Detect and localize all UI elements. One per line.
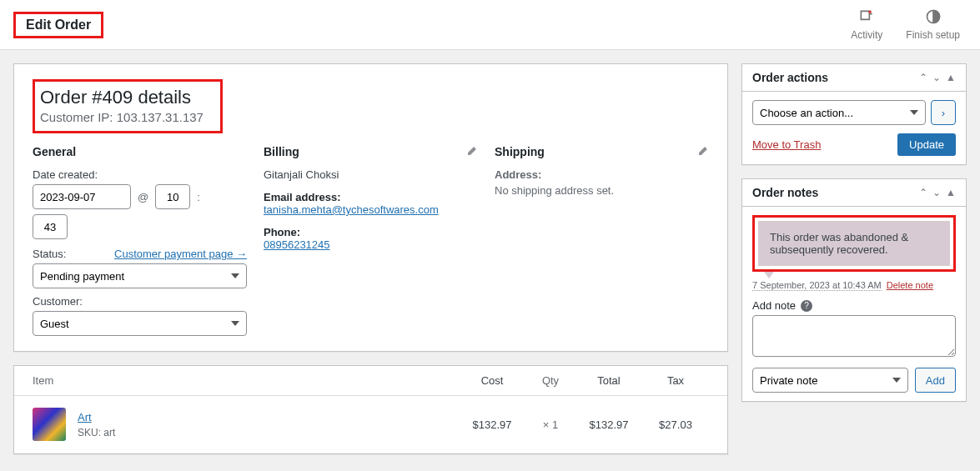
item-cost: $132.97 — [459, 418, 525, 431]
billing-phone-link[interactable]: 08956231245 — [264, 238, 330, 251]
top-right-group: Activity Finish setup — [851, 8, 960, 41]
page-title: Edit Order — [26, 18, 91, 33]
customer-payment-page-link[interactable]: Customer payment page → — [114, 248, 247, 260]
activity-label: Activity — [851, 29, 882, 41]
order-heading-highlight: Order #409 details Customer IP: 103.137.… — [33, 79, 223, 133]
order-notes-title: Order notes — [752, 186, 818, 199]
order-heading: Order #409 details — [40, 87, 204, 108]
page-title-highlight: Edit Order — [13, 12, 103, 38]
billing-title: Billing — [264, 145, 478, 158]
triangle-up-icon[interactable]: ▲ — [946, 72, 956, 83]
note-type-select[interactable]: Private note — [752, 368, 908, 393]
date-created-label: Date created: — [33, 168, 247, 181]
note-textarea[interactable] — [752, 315, 956, 357]
billing-name: Gitanjali Choksi — [264, 168, 478, 181]
shipping-title: Shipping — [495, 145, 709, 158]
activity-button[interactable]: Activity — [851, 8, 882, 41]
order-items-card: Item Cost Qty Total Tax Art SKU: art $13… — [13, 365, 728, 454]
shipping-address-label: Address: — [495, 168, 709, 181]
order-details-card: Order #409 details Customer IP: 103.137.… — [13, 63, 728, 352]
help-icon[interactable]: ? — [801, 300, 812, 312]
billing-email-label: Email address: — [264, 191, 478, 203]
chevron-up-icon[interactable]: ⌃ — [919, 187, 927, 198]
general-section: General Date created: @ : Status: Custom… — [33, 145, 247, 336]
product-name-link[interactable]: Art — [78, 411, 92, 423]
move-to-trash-link[interactable]: Move to Trash — [752, 138, 821, 151]
triangle-up-icon[interactable]: ▲ — [946, 187, 956, 198]
activity-icon — [858, 8, 875, 28]
table-row: Art SKU: art $132.97 × 1 $132.97 $27.03 — [14, 396, 727, 453]
apply-action-button[interactable]: › — [931, 100, 956, 125]
billing-email-link[interactable]: tanisha.mehta@tychesoftwares.com — [264, 203, 439, 216]
colon-symbol: : — [197, 191, 200, 203]
col-header-cost: Cost — [459, 374, 525, 387]
item-total: $132.97 — [575, 418, 642, 431]
pencil-icon — [697, 147, 709, 159]
items-header-row: Item Cost Qty Total Tax — [14, 366, 727, 396]
finish-setup-label: Finish setup — [906, 29, 960, 41]
update-button[interactable]: Update — [897, 133, 956, 156]
finish-setup-icon — [925, 8, 942, 28]
chevron-down-icon[interactable]: ⌄ — [932, 187, 941, 198]
order-action-select[interactable]: Choose an action... — [752, 100, 926, 125]
minute-input[interactable] — [33, 214, 68, 239]
hour-input[interactable] — [155, 184, 190, 209]
order-notes-header: Order notes ⌃ ⌄ ▲ — [742, 179, 966, 207]
customer-label: Customer: — [33, 295, 247, 308]
item-name-cell: Art SKU: art — [78, 411, 459, 438]
svg-point-0 — [869, 11, 872, 13]
col-header-total: Total — [575, 374, 642, 387]
col-header-tax: Tax — [642, 374, 709, 387]
note-tail — [764, 272, 774, 278]
add-note-label: Add note — [752, 299, 796, 312]
billing-section: Billing Gitanjali Choksi Email address: … — [264, 145, 478, 336]
billing-edit-button[interactable] — [466, 145, 478, 159]
order-actions-header: Order actions ⌃ ⌄ ▲ — [742, 64, 966, 92]
item-tax: $27.03 — [642, 418, 709, 431]
order-actions-title: Order actions — [752, 71, 828, 84]
shipping-edit-button[interactable] — [697, 145, 709, 159]
shipping-address-none: No shipping address set. — [495, 184, 709, 197]
chevron-down-icon[interactable]: ⌄ — [932, 72, 941, 83]
col-header-item: Item — [33, 374, 459, 387]
top-bar: Edit Order Activity Finish setup — [0, 0, 980, 50]
col-header-qty: Qty — [525, 374, 575, 387]
billing-phone-label: Phone: — [264, 226, 478, 238]
order-notes-metabox: Order notes ⌃ ⌄ ▲ This order was abandon… — [741, 178, 967, 402]
chevron-up-icon[interactable]: ⌃ — [919, 72, 927, 83]
product-thumbnail[interactable] — [33, 408, 66, 441]
note-meta: 7 September, 2023 at 10:43 AM Delete not… — [752, 280, 956, 291]
date-input[interactable] — [33, 184, 131, 209]
customer-ip: Customer IP: 103.137.31.137 — [40, 110, 204, 124]
finish-setup-button[interactable]: Finish setup — [906, 8, 960, 41]
at-symbol: @ — [138, 191, 148, 203]
add-note-button[interactable]: Add — [915, 368, 956, 393]
order-actions-metabox: Order actions ⌃ ⌄ ▲ Choose an action... … — [741, 63, 967, 165]
pencil-icon — [466, 147, 478, 159]
order-note-bubble: This order was abandoned & subsequently … — [758, 221, 950, 266]
metabox-toggles: ⌃ ⌄ ▲ — [919, 187, 956, 198]
note-highlight: This order was abandoned & subsequently … — [752, 215, 956, 272]
general-title: General — [33, 145, 247, 158]
delete-note-link[interactable]: Delete note — [887, 280, 933, 290]
product-sku: SKU: art — [78, 427, 459, 438]
metabox-toggles: ⌃ ⌄ ▲ — [919, 72, 956, 83]
status-label: Status: — [33, 248, 66, 260]
item-qty: × 1 — [525, 418, 575, 431]
chevron-right-icon: › — [942, 107, 945, 119]
note-date: 7 September, 2023 at 10:43 AM — [752, 280, 882, 291]
status-select[interactable]: Pending payment — [33, 263, 247, 288]
customer-select[interactable]: Guest — [33, 311, 247, 336]
shipping-section: Shipping Address: No shipping address se… — [495, 145, 709, 336]
